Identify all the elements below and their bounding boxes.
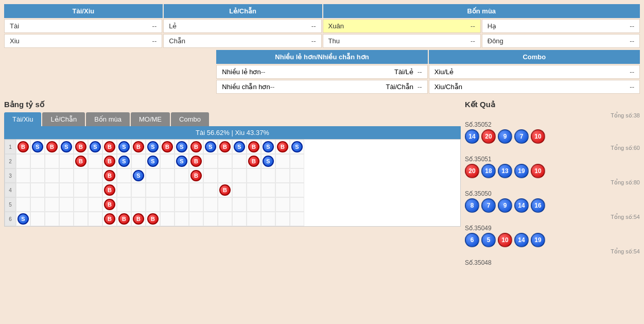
grid-cell-2-7 xyxy=(117,168,131,183)
lotto-ball-0-2: 9 xyxy=(498,129,512,144)
tab-bon-mua[interactable]: Bốn mùa xyxy=(86,112,130,126)
prev-total: Tổng số:38 xyxy=(465,112,640,119)
grid-cell-2-13 xyxy=(203,168,218,183)
ha-cell: Hạ -- xyxy=(482,19,640,33)
grid-cell-5-9: B xyxy=(146,212,160,226)
ball-b: B xyxy=(133,141,144,152)
lotto-ball-2-2: 9 xyxy=(498,198,512,213)
ball-s: S xyxy=(205,141,216,152)
grid-cell-4-2 xyxy=(45,197,59,212)
grid-cell-0-5: S xyxy=(88,140,102,154)
data-row-2: Xiu -- Chẵn -- Thu -- Đông -- xyxy=(4,34,640,48)
grid-cell-5-17 xyxy=(261,212,275,226)
grid-cell-4-11 xyxy=(175,197,189,212)
grid-cell-1-5 xyxy=(88,154,102,168)
grid-cell-1-19 xyxy=(290,154,304,168)
grid-cell-4-18 xyxy=(275,197,290,212)
row-num-0: 1 xyxy=(5,140,16,154)
le-cell: Lẻ -- xyxy=(163,19,321,33)
xuan-cell: Xuân -- xyxy=(323,19,481,33)
result-entry-1: Số.350512018131910Tổng số:80 xyxy=(465,156,640,186)
grid-cell-4-5 xyxy=(88,197,102,212)
grid-cell-1-6: B xyxy=(102,154,117,168)
ball-s: S xyxy=(147,141,159,152)
row-num-1: 2 xyxy=(5,154,16,168)
grid-cell-3-1 xyxy=(30,183,45,197)
dong-cell: Đông -- xyxy=(482,34,640,48)
result-balls-0: 14209710 xyxy=(465,129,640,144)
grid-cell-4-7 xyxy=(117,197,131,212)
grid-cell-2-3 xyxy=(59,168,74,183)
grid-cell-1-17: S xyxy=(261,154,275,168)
grid-cell-5-10 xyxy=(160,212,175,226)
ball-grid: 1BSBSBSBSBSBSBSBSBSBS2BBSSSBBS3BSB4BB5B6… xyxy=(4,139,461,227)
grid-cell-5-19 xyxy=(290,212,304,226)
tab-tai-xiu[interactable]: Tài/Xiu xyxy=(4,112,41,126)
grid-cell-2-12: B xyxy=(189,168,203,183)
ball-b: B xyxy=(46,141,58,152)
ball-b: B xyxy=(190,156,202,167)
grid-cell-2-11 xyxy=(175,168,189,183)
grid-cell-0-1: S xyxy=(30,140,45,154)
result-total-1: Tổng số:80 xyxy=(465,179,640,186)
empty-header xyxy=(4,50,215,64)
grid-cell-5-12 xyxy=(189,212,203,226)
grid-cell-2-1 xyxy=(30,168,45,183)
grid-cell-2-5 xyxy=(88,168,102,183)
grid-cell-1-7: S xyxy=(117,154,131,168)
ball-b: B xyxy=(104,170,115,181)
main-content: Bảng tỷ số Tài/Xiu Lẻ/Chẵn Bốn mùa MO/ME… xyxy=(0,96,644,269)
ball-b: B xyxy=(248,141,259,152)
ball-b: B xyxy=(133,213,144,225)
grid-cell-5-6: B xyxy=(102,212,117,226)
grid-cell-3-13 xyxy=(203,183,218,197)
ball-s: S xyxy=(133,170,144,181)
tab-combo[interactable]: Combo xyxy=(171,112,209,126)
grid-cell-5-8: B xyxy=(131,212,146,226)
grid-cell-5-4 xyxy=(74,212,88,226)
tab-le-chan[interactable]: Lẻ/Chẵn xyxy=(42,112,85,126)
ball-b: B xyxy=(104,199,115,210)
ball-s: S xyxy=(176,141,187,152)
grid-cell-2-0 xyxy=(16,168,30,183)
grid-cell-5-11 xyxy=(175,212,189,226)
grid-cell-5-5 xyxy=(88,212,102,226)
grid-cell-2-16 xyxy=(247,168,261,183)
lotto-ball-0-4: 10 xyxy=(531,129,545,144)
grid-cell-1-15 xyxy=(232,154,247,168)
grid-cell-1-12: B xyxy=(189,154,203,168)
grid-cell-1-3 xyxy=(59,154,74,168)
grid-cell-5-15 xyxy=(232,212,247,226)
grid-cell-0-19: S xyxy=(290,140,304,154)
tab-mo-me[interactable]: MO/ME xyxy=(131,112,170,126)
tabs-container: Tài/Xiu Lẻ/Chẵn Bốn mùa MO/ME Combo xyxy=(4,112,461,126)
ball-s: S xyxy=(263,141,274,152)
ball-b: B xyxy=(75,141,86,152)
grid-cell-2-2 xyxy=(45,168,59,183)
grid-cell-3-18 xyxy=(275,183,290,197)
result-id-0: Số.35052 xyxy=(465,121,640,128)
grid-cell-0-8: B xyxy=(131,140,146,154)
grid-cell-0-0: B xyxy=(16,140,30,154)
ball-b: B xyxy=(18,141,29,152)
grid-cell-4-10 xyxy=(160,197,175,212)
grid-cell-3-0 xyxy=(16,183,30,197)
grid-cell-1-16: B xyxy=(247,154,261,168)
row-num-3: 4 xyxy=(5,183,16,197)
grid-cell-0-17: S xyxy=(261,140,275,154)
grid-cell-4-14 xyxy=(218,197,232,212)
result-total-2: Tổng số:54 xyxy=(465,214,640,220)
nhieu-le-hon-cell: Nhiều lẻ hơn -- Tài/Lẻ -- xyxy=(216,65,427,79)
grid-cell-1-8 xyxy=(131,154,146,168)
grid-cell-4-8 xyxy=(131,197,146,212)
grid-cell-3-10 xyxy=(160,183,175,197)
grid-cell-4-9 xyxy=(146,197,160,212)
grid-cell-0-9: S xyxy=(146,140,160,154)
tai-xiu-header: Tài/Xiu xyxy=(4,4,163,18)
grid-cell-4-0 xyxy=(16,197,30,212)
grid-cell-2-6: B xyxy=(102,168,117,183)
bang-ty-so-title: Bảng tỷ số xyxy=(4,100,461,109)
grid-cell-5-14 xyxy=(218,212,232,226)
lotto-ball-2-1: 7 xyxy=(481,198,496,213)
grid-cell-5-13 xyxy=(203,212,218,226)
